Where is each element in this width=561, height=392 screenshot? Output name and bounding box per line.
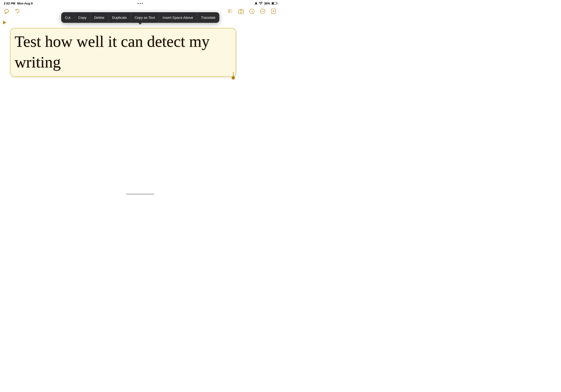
dot-3: [142, 3, 143, 4]
menu-translate[interactable]: Translate: [197, 12, 219, 23]
menu-copy-as-text[interactable]: Copy as Text: [131, 12, 159, 23]
battery-percentage: 38%: [264, 2, 270, 5]
battery-icon: [271, 2, 277, 5]
handwriting-container: Test how well it can detect my writing: [10, 28, 236, 76]
svg-point-7: [240, 11, 242, 13]
undo-button[interactable]: [14, 8, 21, 15]
svg-point-4: [229, 11, 230, 13]
canvas-area[interactable]: Test how well it can detect my writing: [0, 16, 280, 189]
svg-point-13: [262, 11, 263, 12]
battery-body: [271, 2, 277, 5]
handwriting-text: Test how well it can detect my writing: [10, 28, 236, 76]
marker-icon[interactable]: A: [248, 8, 255, 15]
menu-duplicate[interactable]: Duplicate: [108, 12, 131, 23]
status-bar: 2:02 PM Mon Aug 9 38%: [0, 0, 280, 6]
wifi-icon: [259, 2, 263, 5]
new-note-icon[interactable]: [270, 8, 277, 15]
time-display: 2:02 PM: [4, 2, 15, 5]
location-icon: [255, 2, 258, 5]
menu-insert-space-above[interactable]: Insert Space Above: [159, 12, 197, 23]
home-indicator: [126, 194, 154, 195]
svg-point-12: [261, 11, 262, 12]
date-display: Mon Aug 9: [17, 2, 33, 5]
menu-copy[interactable]: Copy: [75, 12, 90, 23]
status-center: [138, 3, 143, 4]
svg-point-8: [242, 10, 243, 11]
context-menu: Cut Copy Delete Duplicate Copy as Text I…: [61, 12, 219, 23]
camera-icon[interactable]: [238, 8, 244, 15]
menu-cut[interactable]: Cut: [61, 12, 75, 23]
more-icon[interactable]: [259, 8, 266, 15]
selection-handle-right[interactable]: [232, 76, 235, 79]
toolbar-left: [4, 8, 21, 15]
toolbar: Cut Copy Delete Duplicate Copy as Text I…: [0, 6, 280, 16]
battery-fill: [272, 3, 274, 4]
lasso-button[interactable]: [4, 8, 10, 15]
status-right: 38%: [255, 2, 277, 5]
svg-point-2: [229, 10, 230, 11]
dot-1: [138, 3, 139, 4]
three-dots: [138, 3, 143, 4]
status-left: 2:02 PM Mon Aug 9: [4, 2, 33, 5]
svg-point-14: [263, 11, 264, 12]
menu-delete[interactable]: Delete: [90, 12, 108, 23]
list-icon[interactable]: [227, 8, 234, 15]
toolbar-right: A: [227, 8, 277, 15]
svg-text:A: A: [251, 10, 253, 13]
dot-2: [140, 3, 141, 4]
